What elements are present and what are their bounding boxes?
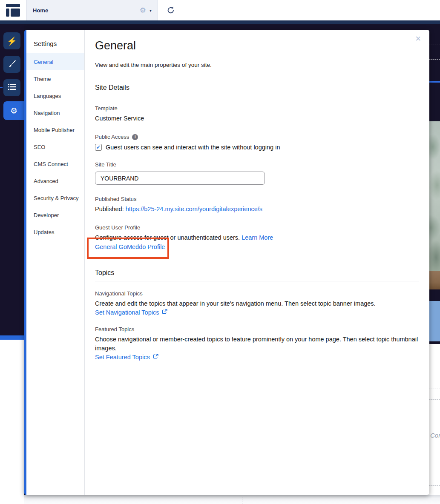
- site-title-label: Site Title: [95, 161, 419, 169]
- background-dashed-line: [428, 389, 440, 389]
- info-icon[interactable]: i: [132, 134, 138, 140]
- background-dashed-line: [428, 399, 440, 400]
- guest-profile-link[interactable]: General GoMeddo Profile: [95, 243, 165, 250]
- section-title-topics: Topics: [95, 269, 419, 277]
- featured-topics-field: Featured Topics Choose navigational or m…: [95, 326, 419, 361]
- set-navigational-topics-row: Set Navigational Topics: [95, 309, 419, 316]
- featured-topics-description: Choose navigational or member-created to…: [95, 335, 419, 353]
- sidebar-item-developer[interactable]: Developer: [26, 206, 84, 223]
- gear-icon: ⚙: [10, 107, 17, 115]
- section-divider: [95, 96, 419, 96]
- external-link-icon: [153, 354, 158, 361]
- guest-user-profile-field: Guest User Profile Configure access for …: [95, 224, 419, 252]
- page-title: General: [95, 39, 419, 52]
- page-tab-caret-down-icon[interactable]: ▾: [150, 8, 152, 13]
- navigational-topics-description: Create and edit the topics that appear i…: [95, 299, 419, 308]
- set-navigational-topics-link[interactable]: Set Navigational Topics: [95, 309, 159, 316]
- published-status-field: Published Status Published: https://b25-…: [95, 195, 419, 214]
- settings-panel: Settings General Theme Languages Navigat…: [24, 30, 429, 495]
- sidebar-item-seo[interactable]: SEO: [26, 138, 84, 155]
- template-label: Template: [95, 105, 419, 112]
- refresh-icon[interactable]: [166, 6, 175, 15]
- external-link-icon: [162, 309, 167, 316]
- section-title-site-details: Site Details: [95, 84, 419, 92]
- public-access-checkbox-row: ✓ Guest users can see and interact with …: [95, 144, 419, 151]
- lightning-icon: ⚡: [7, 37, 17, 45]
- sidebar-item-advanced[interactable]: Advanced: [26, 172, 84, 189]
- navigational-topics-field: Navigational Topics Create and edit the …: [95, 290, 419, 316]
- structure-button[interactable]: [3, 79, 20, 96]
- guest-profile-description: Configure access for guest or unauthenti…: [95, 233, 419, 242]
- sidebar-item-security-privacy[interactable]: Security & Privacy: [26, 189, 84, 206]
- featured-topics-label: Featured Topics: [95, 326, 419, 333]
- published-status-label: Published Status: [95, 195, 419, 203]
- sidebar-item-mobile-publisher[interactable]: Mobile Publisher: [26, 121, 84, 138]
- background-placeholder-text: Con: [430, 432, 440, 439]
- theme-button[interactable]: [3, 56, 20, 73]
- section-divider: [95, 281, 419, 281]
- guest-profile-link-row: General GoMeddo Profile: [95, 243, 419, 252]
- site-title-input[interactable]: [95, 172, 265, 185]
- background-hero-image: [428, 121, 440, 271]
- public-access-checkbox[interactable]: ✓: [95, 144, 102, 151]
- close-icon[interactable]: ×: [415, 34, 421, 43]
- background-column-dashed-line: [242, 497, 242, 504]
- set-featured-topics-link[interactable]: Set Featured Topics: [95, 354, 150, 361]
- settings-sidebar-title: Settings: [34, 40, 84, 47]
- settings-button[interactable]: ⚙: [3, 101, 24, 120]
- guest-profile-label: Guest User Profile: [95, 224, 419, 232]
- background-dashed-line: [428, 474, 440, 474]
- page-tab-home[interactable]: Home ⚙ ▾: [26, 0, 158, 20]
- background-left-white: [0, 340, 24, 504]
- public-access-field: Public Access i ✓ Guest users can see an…: [95, 133, 419, 151]
- background-blue-divider: [428, 81, 440, 83]
- sidebar-item-cms-connect[interactable]: CMS Connect: [26, 155, 84, 172]
- published-status-value: Published: https://b25-24.my.site.com/yo…: [95, 205, 419, 214]
- navigational-topics-label: Navigational Topics: [95, 290, 419, 298]
- set-featured-topics-row: Set Featured Topics: [95, 354, 419, 361]
- sidebar-item-languages[interactable]: Languages: [26, 87, 84, 104]
- background-dashed-line: [428, 485, 440, 486]
- background-blue-section: [428, 301, 440, 341]
- background-dashed-line: [428, 45, 440, 45]
- settings-content: × General View and edit the main propert…: [85, 30, 429, 495]
- top-bar: Home ⚙ ▾: [0, 0, 440, 20]
- sidebar-item-general[interactable]: General: [26, 53, 84, 70]
- learn-more-link[interactable]: Learn More: [242, 234, 273, 241]
- top-bar-divider: [0, 20, 440, 24]
- checkmark-icon: ✓: [96, 145, 101, 150]
- background-hero-image-bottom: [428, 271, 440, 289]
- toolbar-bottom-divider: [0, 335, 24, 340]
- public-access-checkbox-label: Guest users can see and interact with th…: [106, 144, 280, 151]
- brush-icon: [8, 59, 16, 69]
- template-value: Customer Service: [95, 114, 419, 123]
- list-icon: [8, 83, 16, 92]
- background-bottom-strip: [24, 495, 440, 504]
- sidebar-item-navigation[interactable]: Navigation: [26, 104, 84, 121]
- page-subtitle: View and edit the main properties of you…: [95, 62, 419, 68]
- public-access-label: Public Access i: [95, 133, 419, 141]
- site-title-field: Site Title: [95, 161, 419, 185]
- page-tab-label: Home: [33, 7, 48, 14]
- sidebar-item-theme[interactable]: Theme: [26, 70, 84, 87]
- experience-builder-logo-icon: [6, 4, 20, 17]
- published-url-link[interactable]: https://b25-24.my.site.com/yourdigitalex…: [126, 206, 262, 212]
- toolbar-indicator: [0, 87, 3, 88]
- background-dashed-line: [428, 59, 440, 60]
- settings-sidebar: Settings General Theme Languages Navigat…: [26, 30, 85, 495]
- sidebar-item-updates[interactable]: Updates: [26, 223, 84, 241]
- components-button[interactable]: ⚡: [3, 32, 20, 49]
- page-settings-gear-icon[interactable]: ⚙: [140, 7, 146, 14]
- background-white-section: [428, 344, 440, 495]
- builder-toolbar: ⚡ ⚙: [0, 24, 24, 336]
- template-field: Template Customer Service: [95, 105, 419, 123]
